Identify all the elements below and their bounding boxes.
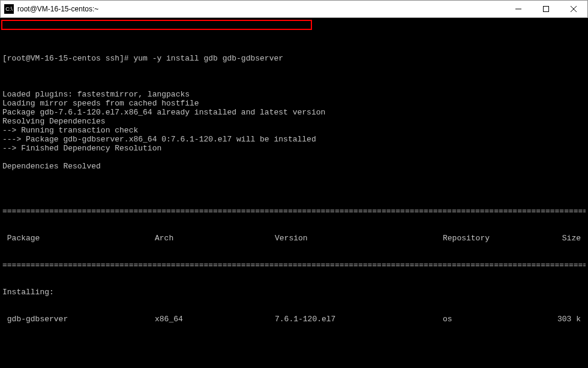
output-line: --> Finished Dependency Resolution (2, 144, 586, 153)
table-row: gdb-gdbserverx86_647.6.1-120.el7os303 k (2, 315, 586, 324)
output-line: Dependencies Resolved (2, 162, 586, 171)
separator: ========================================… (2, 261, 586, 270)
blank-line (2, 342, 586, 351)
table-header: Package Arch Version Repository Size (2, 234, 586, 243)
separator: ========================================… (2, 207, 586, 216)
cell-arch: x86_64 (155, 315, 275, 324)
header-size: Size (533, 234, 586, 243)
window-controls (505, 1, 587, 17)
terminal-icon: C:\ (4, 4, 14, 14)
cell-size: 303 k (533, 315, 586, 324)
cell-repo: os (443, 315, 533, 324)
table-section: Installing: (2, 288, 586, 297)
prompt-prefix: [root@VM-16-15-centos ssh]# (2, 54, 133, 63)
output-line: Package gdb-7.6.1-120.el7.x86_64 already… (2, 108, 586, 117)
command-highlight-box (1, 20, 312, 30)
output-line: Loaded plugins: fastestmirror, langpacks (2, 90, 586, 99)
header-repository: Repository (443, 234, 533, 243)
window-title: root@VM-16-15-centos:~ (17, 5, 505, 13)
prompt-command: yum -y install gdb gdb-gdbserver (133, 54, 283, 63)
cell-pkg: gdb-gdbserver (2, 315, 155, 324)
svg-rect-1 (544, 7, 549, 12)
output-line (2, 153, 586, 162)
terminal-body[interactable]: [root@VM-16-15-centos ssh]# yum -y insta… (0, 18, 588, 368)
output-line: ---> Package gdb-gdbserver.x86_64 0:7.6.… (2, 135, 586, 144)
window-titlebar: C:\ root@VM-16-15-centos:~ (0, 0, 588, 18)
output-line: Loading mirror speeds from cached hostfi… (2, 99, 586, 108)
maximize-button[interactable] (532, 1, 560, 17)
cell-ver: 7.6.1-120.el7 (275, 315, 443, 324)
header-version: Version (275, 234, 443, 243)
close-button[interactable] (560, 1, 587, 17)
output-line: Resolving Dependencies (2, 117, 586, 126)
output-line: --> Running transaction check (2, 126, 586, 135)
output-line (2, 171, 586, 180)
prompt-line: [root@VM-16-15-centos ssh]# yum -y insta… (2, 54, 586, 63)
header-package: Package (2, 234, 155, 243)
minimize-button[interactable] (505, 1, 532, 17)
header-arch: Arch (155, 234, 275, 243)
